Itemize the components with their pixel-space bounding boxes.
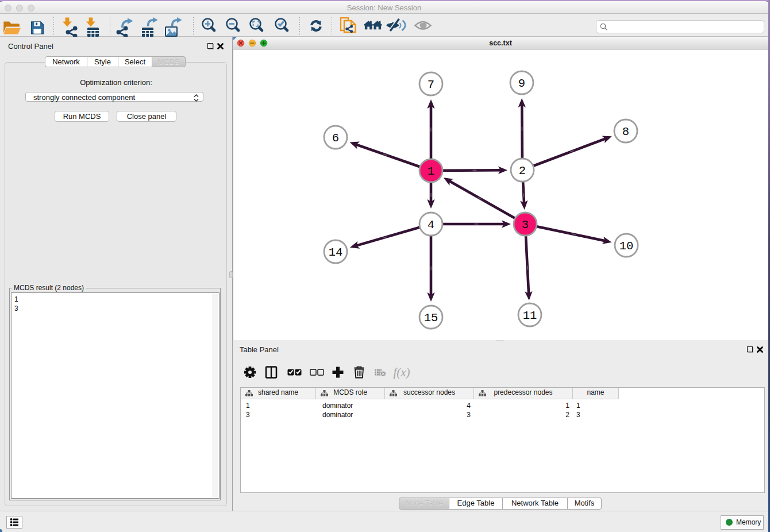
svg-text:f(x): f(x) <box>393 365 410 379</box>
svg-text:14: 14 <box>329 246 343 259</box>
svg-text:3: 3 <box>522 218 529 232</box>
svg-text:15: 15 <box>424 311 438 325</box>
svg-text:2: 2 <box>519 164 526 178</box>
svg-text:11: 11 <box>523 309 537 322</box>
svg-text:8: 8 <box>622 125 629 138</box>
svg-text:10: 10 <box>619 240 634 253</box>
svg-text:7: 7 <box>428 78 434 91</box>
svg-text:1: 1 <box>428 165 434 178</box>
svg-text:6: 6 <box>332 132 339 145</box>
svg-text:9: 9 <box>518 77 525 90</box>
svg-text:4: 4 <box>428 218 434 232</box>
